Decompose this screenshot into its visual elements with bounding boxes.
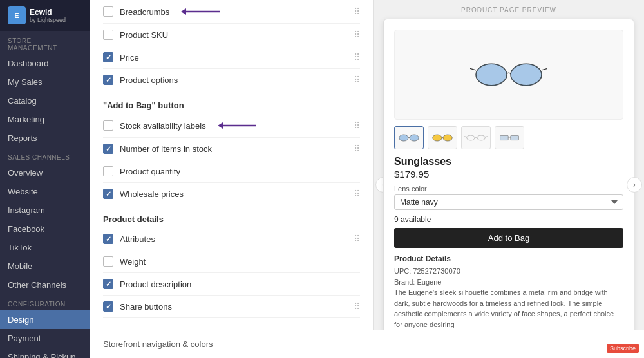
stock-labels-checkbox[interactable] xyxy=(103,120,113,131)
sidebar-item-dashboard[interactable]: Dashboard xyxy=(0,54,90,73)
svg-line-6 xyxy=(470,68,476,70)
product-options-row: Product options ⠿ xyxy=(103,69,360,91)
sidebar-item-label: Other Channels xyxy=(8,280,66,290)
add-to-bag-button[interactable]: Add to Bag xyxy=(394,228,623,248)
product-quantity-label: Product quantity xyxy=(120,167,180,176)
preview-device-wrapper: ‹ xyxy=(383,19,634,330)
logo-sub: by Lightspeed xyxy=(30,17,66,23)
sidebar-item-my-sales[interactable]: My Sales xyxy=(0,73,90,91)
bottom-section-label[interactable]: Storefront navigation & colors xyxy=(103,339,213,349)
share-buttons-label: Share buttons xyxy=(120,302,172,312)
preview-product-info: Sunglasses $179.95 Lens color Matte navy… xyxy=(394,156,623,330)
share-buttons-row: Share buttons ⠿ xyxy=(103,296,360,318)
lens-color-select[interactable]: Matte navy xyxy=(394,194,623,210)
top-settings-section: Breadcrumbs ⠿ xyxy=(90,0,373,91)
sidebar-item-design[interactable]: Design xyxy=(0,310,90,329)
svg-marker-3 xyxy=(218,122,223,129)
sidebar-item-label: Payment xyxy=(8,334,41,343)
sidebar-item-label: My Sales xyxy=(8,77,42,87)
product-upc: UPC: 725272730070 xyxy=(394,266,623,277)
attributes-label: Attributes xyxy=(120,234,155,244)
breadcrumbs-label: Breadcrumbs xyxy=(120,7,169,17)
product-options-drag-handle[interactable]: ⠿ xyxy=(354,75,360,85)
sidebar-item-instagram[interactable]: Instagram xyxy=(0,201,90,220)
product-sku-label: Product SKU xyxy=(120,30,168,40)
items-in-stock-label: Number of items in stock xyxy=(120,144,212,154)
breadcrumbs-checkbox[interactable] xyxy=(103,6,113,17)
svg-rect-19 xyxy=(511,135,519,140)
logo-brand: Ecwid xyxy=(30,8,66,17)
svg-point-12 xyxy=(433,135,442,141)
settings-panel: Breadcrumbs ⠿ xyxy=(90,0,374,330)
product-options-checkbox[interactable] xyxy=(103,75,113,85)
svg-line-16 xyxy=(464,136,467,137)
svg-marker-1 xyxy=(181,8,186,15)
attributes-drag-handle[interactable]: ⠿ xyxy=(354,234,360,244)
wholesale-row: Wholesale prices ⠿ xyxy=(103,183,360,205)
breadcrumbs-row: Breadcrumbs ⠿ xyxy=(103,0,360,24)
logo: E Ecwid by Lightspeed xyxy=(0,0,90,31)
product-quantity-row: Product quantity xyxy=(103,160,360,183)
sidebar-item-shipping[interactable]: Shipping & Pickup xyxy=(0,348,90,358)
weight-label: Weight xyxy=(120,257,146,267)
ecwid-badge: Subscribe xyxy=(607,344,639,353)
stock-labels-arrow-annotation xyxy=(218,120,260,131)
sidebar-item-facebook[interactable]: Facebook xyxy=(0,220,90,238)
bottom-bar: Storefront navigation & colors xyxy=(90,330,644,358)
product-quantity-checkbox[interactable] xyxy=(103,166,113,176)
share-buttons-checkbox[interactable] xyxy=(103,301,113,312)
sidebar-item-catalog[interactable]: Catalog xyxy=(0,91,90,110)
sidebar-item-label: Design xyxy=(8,315,33,325)
wholesale-checkbox[interactable] xyxy=(103,189,113,199)
thumb-3[interactable] xyxy=(461,126,491,149)
weight-checkbox[interactable] xyxy=(103,256,113,267)
lens-color-label: Lens color xyxy=(394,185,623,193)
attributes-checkbox[interactable] xyxy=(103,234,113,244)
sidebar-item-label: Marketing xyxy=(8,115,44,124)
wholesale-label: Wholesale prices xyxy=(120,189,184,199)
items-in-stock-checkbox[interactable] xyxy=(103,144,113,154)
sidebar-item-reports[interactable]: Reports xyxy=(0,129,90,147)
preview-panel: PRODUCT PAGE PREVIEW ‹ xyxy=(374,0,644,330)
product-details-subheading: Product Details xyxy=(394,254,623,263)
product-sku-checkbox[interactable] xyxy=(103,30,113,40)
thumb-4[interactable] xyxy=(495,126,524,149)
sidebar-item-tiktok[interactable]: TikTok xyxy=(0,238,90,257)
attributes-row: Attributes ⠿ xyxy=(103,228,360,250)
add-to-bag-heading: "Add to Bag" button xyxy=(90,91,373,114)
stock-labels-row: Stock availability labels ⠿ xyxy=(103,114,360,138)
weight-row: Weight xyxy=(103,250,360,273)
product-price: $179.95 xyxy=(394,169,623,180)
sidebar-item-label: Shipping & Pickup xyxy=(8,352,76,358)
configuration-label: Configuration xyxy=(0,294,90,310)
add-to-bag-section: Stock availability labels ⠿ xyxy=(90,114,373,183)
sidebar-item-mobile[interactable]: Mobile xyxy=(0,257,90,276)
preview-label: PRODUCT PAGE PREVIEW xyxy=(461,6,556,14)
stock-labels-drag-handle[interactable]: ⠿ xyxy=(354,120,360,131)
content-area: Breadcrumbs ⠿ xyxy=(90,0,644,330)
sidebar-item-payment[interactable]: Payment xyxy=(0,329,90,348)
items-in-stock-drag-handle[interactable]: ⠿ xyxy=(354,144,360,154)
share-buttons-drag-handle[interactable]: ⠿ xyxy=(354,301,360,312)
svg-point-15 xyxy=(477,135,486,140)
sidebar-item-label: Facebook xyxy=(8,224,44,234)
preview-nav-right[interactable]: › xyxy=(627,177,642,193)
thumb-2[interactable] xyxy=(428,126,457,149)
sidebar-item-overview[interactable]: Overview xyxy=(0,164,90,182)
sidebar-item-other-channels[interactable]: Other Channels xyxy=(0,276,90,294)
sidebar-item-website[interactable]: Website xyxy=(0,182,90,201)
product-description-text: The Eugene's sleek silhouette combines a… xyxy=(394,287,623,330)
svg-line-17 xyxy=(485,136,488,137)
product-brand: Brand: Eugene xyxy=(394,277,623,288)
preview-device: Sunglasses $179.95 Lens color Matte navy… xyxy=(383,19,634,330)
product-options-label: Product options xyxy=(120,75,178,85)
thumb-1[interactable] xyxy=(394,126,424,149)
product-description-checkbox[interactable] xyxy=(103,279,113,289)
sidebar-item-marketing[interactable]: Marketing xyxy=(0,110,90,129)
svg-point-14 xyxy=(467,135,475,140)
wholesale-drag-handle[interactable]: ⠿ xyxy=(354,189,360,199)
product-sku-drag-handle[interactable]: ⠿ xyxy=(354,30,360,40)
price-checkbox[interactable] xyxy=(103,52,113,62)
breadcrumbs-drag-handle[interactable]: ⠿ xyxy=(354,6,360,17)
price-drag-handle[interactable]: ⠿ xyxy=(354,52,360,62)
